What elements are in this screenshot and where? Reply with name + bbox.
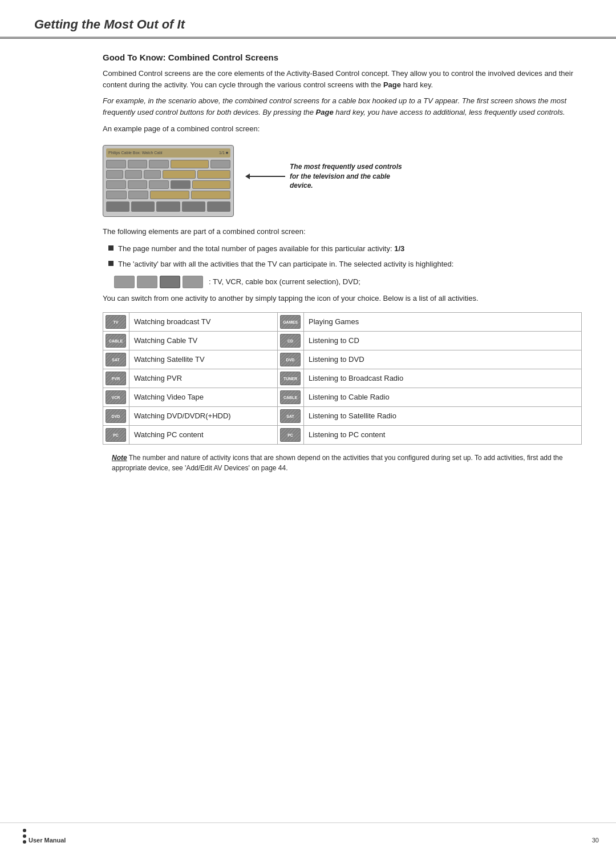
activity-icon-cell: SAT — [103, 350, 129, 369]
rbtn-bottom[interactable] — [182, 201, 205, 212]
table-row: SATWatching Satellite TVDVDListening to … — [103, 350, 582, 369]
rbtn[interactable] — [106, 191, 127, 199]
page-title: Getting the Most Out of It — [34, 17, 582, 32]
activities-table: TVWatching broadcast TVGAMESPlaying Game… — [103, 312, 582, 445]
table-row: CABLEWatching Cable TVCDListening to CD — [103, 331, 582, 350]
act-icon[interactable]: DVD — [106, 409, 126, 423]
activity-icon-cell: PC — [278, 425, 304, 444]
activity-icon-cell: SAT — [278, 406, 304, 425]
annotation-text: The most frequently used controls for th… — [290, 162, 404, 191]
note-block: Note The number and nature of activity i… — [103, 453, 582, 473]
bullet-square-icon — [108, 245, 114, 251]
activity-label-cell: Watching Cable TV — [129, 331, 278, 350]
act-icon[interactable]: PC — [106, 428, 126, 442]
act-icon[interactable]: PC — [280, 428, 301, 442]
activity-label-cell: Watching PC content — [129, 425, 278, 444]
remote-mockup: Philips Cable Box: Watch Cabl 1/1 ■ — [103, 145, 234, 217]
bullet-list: The page number and the total number of … — [108, 243, 582, 270]
icon-desc-text: : TV, VCR, cable box (current selection)… — [209, 277, 360, 286]
activity-icon-cell: DVD — [278, 350, 304, 369]
activity-icon-cell: VCR — [103, 388, 129, 406]
bullet-item-1: The page number and the total number of … — [108, 243, 582, 255]
activity-icon-dvd[interactable] — [183, 276, 203, 288]
act-icon[interactable]: CD — [280, 334, 301, 348]
rbtn[interactable] — [128, 191, 149, 199]
arrow-line — [250, 176, 285, 177]
rbtn-wide[interactable] — [150, 191, 189, 199]
act-icon[interactable]: GAMES — [280, 315, 301, 329]
act-icon[interactable]: SAT — [106, 353, 126, 366]
bullet-square-icon — [108, 261, 114, 266]
rbtn-wide[interactable] — [163, 170, 196, 179]
rbtn-bottom[interactable] — [131, 201, 155, 212]
rbtn[interactable] — [128, 180, 148, 189]
activity-icon-cell: TV — [103, 312, 129, 331]
bullet-text-2: The 'activity' bar with all the activiti… — [118, 259, 453, 270]
footer-page-number: 30 — [592, 837, 599, 844]
rbtn[interactable] — [149, 180, 169, 189]
following-text: The following elements are part of a com… — [103, 226, 582, 237]
activity-icon-vcr[interactable] — [137, 276, 157, 288]
table-row: TVWatching broadcast TVGAMESPlaying Game… — [103, 312, 582, 331]
rbtn[interactable] — [106, 170, 123, 179]
arrow-head-icon — [245, 174, 250, 179]
activity-icon-cell: TUNER — [278, 369, 304, 388]
activity-label-cell: Listening to Broadcast Radio — [304, 369, 582, 388]
rbtn[interactable] — [144, 170, 161, 179]
bullet-text-1: The page number and the total number of … — [118, 243, 404, 255]
footer-dot — [23, 834, 26, 838]
rbtn[interactable] — [125, 170, 142, 179]
intro-paragraph: Combined Control screens are the core el… — [103, 68, 582, 91]
rbtn[interactable] — [210, 160, 230, 168]
rbtn-cancel[interactable] — [192, 180, 230, 189]
activity-label-cell: Watching DVD/DVDR(+HDD) — [129, 406, 278, 425]
rbtn-wide[interactable] — [197, 170, 230, 179]
table-row: PCWatching PC contentPCListening to PC c… — [103, 425, 582, 444]
act-icon[interactable]: CABLE — [280, 390, 301, 404]
rbtn[interactable] — [171, 180, 191, 189]
activity-icon-cell: GAMES — [278, 312, 304, 331]
page-footer: User Manual 30 — [0, 822, 616, 855]
activity-icon-cable-selected[interactable] — [160, 276, 180, 288]
italic-paragraph: For example, in the scenario above, the … — [103, 95, 582, 118]
activity-icon-cell: PC — [103, 425, 129, 444]
activity-label-cell: Watching PVR — [129, 369, 278, 388]
rbtn[interactable] — [106, 180, 126, 189]
activity-label-cell: Listening to CD — [304, 331, 582, 350]
rbtn[interactable] — [128, 160, 148, 168]
footer-dot — [23, 829, 26, 832]
page-wrapper: Getting the Most Out of It Good To Know:… — [0, 0, 616, 855]
act-icon[interactable]: CABLE — [106, 334, 126, 348]
rbtn-bottom[interactable] — [156, 201, 180, 212]
activity-label-cell: Watching Satellite TV — [129, 350, 278, 369]
remote-block: Philips Cable Box: Watch Cabl 1/1 ■ — [103, 145, 582, 217]
activity-label-cell: Watching broadcast TV — [129, 312, 278, 331]
footer-manual-label: User Manual — [29, 837, 66, 844]
activity-icon-cell: DVD — [103, 406, 129, 425]
rbtn[interactable] — [149, 160, 169, 168]
act-icon[interactable]: PVR — [106, 372, 126, 385]
rbtn[interactable] — [106, 160, 126, 168]
act-icon[interactable]: TV — [106, 315, 126, 329]
rbtn-wide[interactable] — [171, 160, 209, 168]
activity-icon-cell: CABLE — [278, 388, 304, 406]
example-text: An example page of a combined control sc… — [103, 123, 582, 135]
activity-label-cell: Listening to Cable Radio — [304, 388, 582, 406]
rbtn-bottom[interactable] — [106, 201, 129, 212]
act-icon[interactable]: VCR — [106, 390, 126, 404]
activity-label-cell: Watching Video Tape — [129, 388, 278, 406]
remote-top-bar: Philips Cable Box: Watch Cabl 1/1 ■ — [106, 148, 230, 158]
act-icon[interactable]: SAT — [280, 409, 301, 423]
remote-row-1 — [106, 160, 230, 168]
activity-icon-tv[interactable] — [114, 276, 135, 288]
rbtn-bottom[interactable] — [207, 201, 230, 212]
section-title: Good To Know: Combined Control Screens — [103, 53, 582, 62]
act-icon[interactable]: TUNER — [280, 372, 301, 385]
rbtn-guide[interactable] — [191, 191, 230, 199]
arrow-area — [245, 174, 285, 179]
act-icon[interactable]: DVD — [280, 353, 301, 366]
note-label: Note — [112, 454, 127, 462]
arrow-annotation-block: The most frequently used controls for th… — [245, 162, 582, 191]
remote-row-4 — [106, 191, 230, 199]
footer-left: User Manual — [17, 829, 66, 844]
